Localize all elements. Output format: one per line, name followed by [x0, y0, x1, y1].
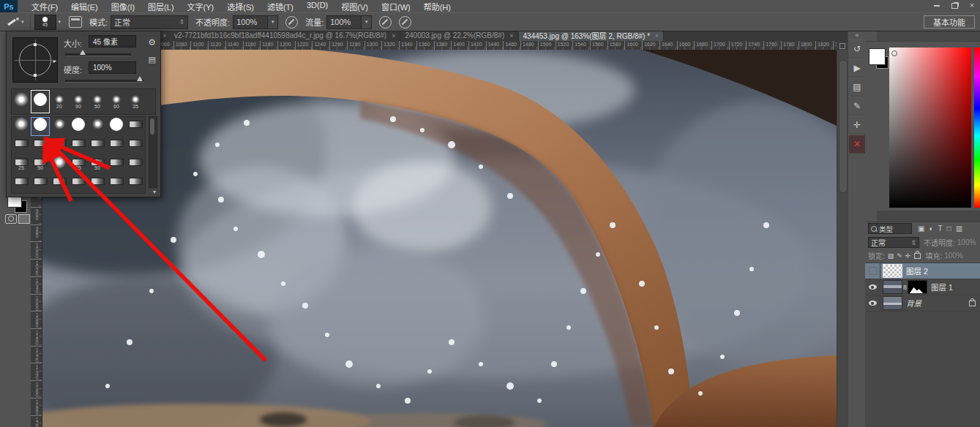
- visibility-toggle[interactable]: [865, 295, 880, 311]
- panel-tab[interactable]: [889, 211, 900, 222]
- restore-icon[interactable]: [949, 1, 960, 10]
- filter-pixel-icon[interactable]: ▣: [918, 224, 924, 233]
- panel-tab[interactable]: [900, 211, 912, 222]
- airbrush-icon[interactable]: [379, 16, 392, 29]
- flow-dropdown-button[interactable]: ▾: [362, 15, 372, 29]
- brush-preset[interactable]: [31, 90, 50, 113]
- panel-icon[interactable]: ▶: [849, 58, 865, 78]
- brush-preset[interactable]: 25: [12, 155, 31, 174]
- pressure-opacity-icon[interactable]: [285, 16, 298, 29]
- filter-adjustment-icon[interactable]: ◐: [929, 224, 933, 233]
- close-icon[interactable]: ×: [967, 1, 977, 10]
- toggle-brush-panel-icon[interactable]: [69, 16, 82, 28]
- hardness-slider[interactable]: [65, 80, 144, 83]
- hardness-field[interactable]: 100%: [89, 61, 136, 74]
- brush-preset[interactable]: 60: [107, 90, 126, 113]
- brush-preset[interactable]: [12, 174, 31, 193]
- tab-close-icon[interactable]: ×: [655, 32, 659, 39]
- layer-blend-mode-dropdown[interactable]: 正常 ⇕: [868, 237, 919, 248]
- brush-preset[interactable]: [50, 136, 69, 155]
- layer-opacity-value[interactable]: 100%: [957, 238, 976, 246]
- panel-tab[interactable]: [924, 211, 935, 222]
- brush-preset[interactable]: [12, 90, 31, 113]
- blend-mode-dropdown[interactable]: 正常 ⇕: [111, 15, 188, 29]
- size-field[interactable]: 45 像素: [89, 35, 136, 48]
- brush-preset[interactable]: [126, 155, 145, 174]
- panel-tab[interactable]: [865, 211, 877, 222]
- layer-thumbnail[interactable]: [883, 296, 902, 310]
- canvas-scrollbar[interactable]: [837, 50, 848, 427]
- brush-preset[interactable]: [126, 136, 145, 155]
- panel-toggle-icon[interactable]: ▤: [149, 55, 156, 64]
- tab-close-icon[interactable]: ×: [392, 32, 395, 39]
- filter-smart-icon[interactable]: ▥: [956, 224, 962, 233]
- flow-field[interactable]: 100%: [326, 15, 362, 29]
- chevron-down-icon[interactable]: ▾: [153, 189, 156, 195]
- layer-row[interactable]: 8 背景: [865, 295, 980, 311]
- brush-preset[interactable]: [12, 117, 31, 136]
- filter-shape-icon[interactable]: □: [947, 224, 951, 233]
- menu-item[interactable]: 帮助(H): [417, 0, 457, 14]
- visibility-toggle[interactable]: [865, 263, 880, 279]
- brush-preset[interactable]: [50, 117, 69, 136]
- brush-tool-icon[interactable]: [6, 17, 19, 27]
- filter-type-icon[interactable]: T: [938, 224, 943, 233]
- panel-tab[interactable]: [877, 211, 889, 222]
- layer-thumbnail[interactable]: [883, 264, 902, 278]
- panel-tab[interactable]: [865, 30, 877, 41]
- layer-thumbnail[interactable]: [883, 280, 902, 294]
- slider-thumb[interactable]: [137, 76, 143, 81]
- brush-preset-picker[interactable]: 45: [34, 15, 56, 30]
- brush-preset[interactable]: 50: [31, 155, 50, 174]
- quick-mask-icon[interactable]: [5, 214, 17, 224]
- brush-preset[interactable]: [107, 155, 126, 174]
- color-cursor[interactable]: [891, 50, 897, 56]
- document-tab[interactable]: v2-7721bfd1b16c9bf18adff4410598ad4c_r.jp…: [170, 30, 400, 41]
- brush-preset[interactable]: [31, 174, 50, 193]
- lock-paint-icon[interactable]: ✎: [897, 252, 902, 260]
- workspace-switcher[interactable]: 基本功能: [924, 15, 975, 29]
- size-slider[interactable]: [65, 53, 131, 56]
- panel-icon[interactable]: ▤: [849, 78, 865, 97]
- preset-scrollbar[interactable]: [149, 116, 157, 188]
- panel-icon[interactable]: ✎: [849, 97, 865, 116]
- brush-preset[interactable]: [126, 117, 145, 136]
- menu-item[interactable]: 选择(S): [220, 0, 261, 14]
- brush-preset[interactable]: 50: [88, 90, 107, 113]
- opacity-dropdown-button[interactable]: ▾: [268, 15, 278, 29]
- layer-row[interactable]: 8 图层 2: [865, 263, 980, 279]
- brush-preset[interactable]: 35: [126, 90, 145, 113]
- brush-preset[interactable]: 90: [69, 90, 88, 113]
- brush-preset[interactable]: [31, 136, 50, 155]
- brush-preset[interactable]: [88, 117, 107, 136]
- menu-item[interactable]: 3D(D): [300, 0, 334, 14]
- gear-icon[interactable]: ⚙: [148, 37, 156, 48]
- menu-item[interactable]: 视图(V): [334, 0, 375, 14]
- brush-preset[interactable]: [50, 174, 69, 193]
- brush-preset[interactable]: [12, 136, 31, 155]
- document-tab[interactable]: 434453.jpg @ 163%(图层 2, RGB/8#) * ×: [519, 30, 665, 41]
- menu-item[interactable]: 编辑(E): [64, 0, 105, 14]
- brush-preset[interactable]: [69, 117, 88, 136]
- document-tab[interactable]: 240003.jpg @ 22.2%(RGB/8#) ×: [400, 30, 518, 41]
- brush-preset[interactable]: [107, 136, 126, 155]
- menu-item[interactable]: 滤镜(T): [261, 0, 300, 14]
- menu-item[interactable]: 窗口(W): [375, 0, 417, 14]
- tab-close-icon[interactable]: ×: [509, 32, 513, 39]
- visibility-toggle[interactable]: [865, 279, 880, 295]
- brush-preset[interactable]: 20: [50, 90, 69, 113]
- menu-item[interactable]: 图像(I): [105, 0, 141, 14]
- brush-preset[interactable]: [69, 136, 88, 155]
- brush-preset[interactable]: [107, 117, 126, 136]
- panel-tab[interactable]: [877, 30, 889, 41]
- scrollbar-thumb[interactable]: [150, 118, 154, 135]
- brush-preset[interactable]: 50: [88, 155, 107, 174]
- layer-row[interactable]: 8 图层 1: [865, 279, 980, 295]
- chevron-down-icon[interactable]: ▾: [21, 19, 24, 25]
- slider-thumb[interactable]: [80, 50, 86, 55]
- screen-mode-icon[interactable]: [18, 214, 30, 224]
- brush-preset[interactable]: [31, 117, 50, 136]
- brush-preset[interactable]: [126, 174, 145, 193]
- minimize-icon[interactable]: [932, 1, 942, 10]
- panel-icon[interactable]: ↺: [849, 39, 865, 58]
